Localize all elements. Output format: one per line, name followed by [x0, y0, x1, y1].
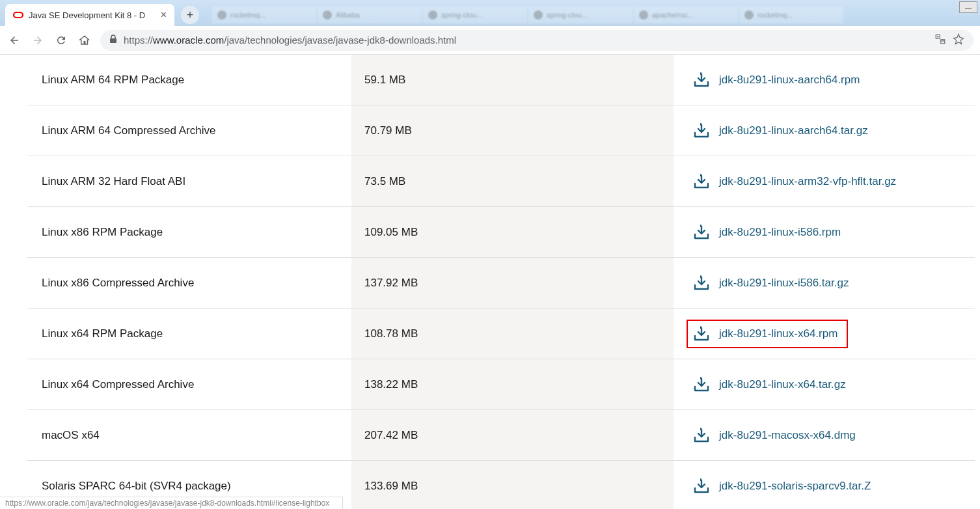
- download-icon: [693, 377, 710, 392]
- background-tab[interactable]: rocketmq...: [739, 7, 843, 23]
- product-name: macOS x64: [27, 429, 351, 442]
- download-cell: jdk-8u291-linux-aarch64.rpm: [674, 72, 975, 88]
- download-cell: jdk-8u291-solaris-sparcv9.tar.Z: [674, 478, 975, 494]
- download-link[interactable]: jdk-8u291-solaris-sparcv9.tar.Z: [719, 480, 871, 493]
- product-name: Linux ARM 64 Compressed Archive: [27, 124, 351, 137]
- browser-toolbar: https://www.oracle.com/java/technologies…: [0, 26, 980, 55]
- product-name: Linux x64 Compressed Archive: [27, 378, 351, 391]
- svg-rect-0: [14, 12, 23, 18]
- download-link[interactable]: jdk-8u291-linux-i586.rpm: [719, 226, 841, 239]
- download-link[interactable]: jdk-8u291-linux-x64.rpm: [719, 327, 837, 340]
- translate-icon[interactable]: [934, 33, 946, 48]
- file-size: 59.1 MB: [351, 55, 674, 105]
- download-icon: [693, 123, 710, 139]
- product-name: Linux x86 RPM Package: [27, 226, 351, 239]
- background-tab[interactable]: rocketmq...: [212, 7, 316, 23]
- product-name: Linux x64 RPM Package: [27, 327, 351, 340]
- download-icon: [693, 326, 710, 342]
- file-size: 73.5 MB: [351, 156, 674, 206]
- table-row: Linux x64 Compressed Archive138.22 MBjdk…: [27, 359, 975, 410]
- highlighted-download: jdk-8u291-linux-x64.rpm: [687, 320, 848, 348]
- background-tabs: rocketmq... Alibaba spring-clou... sprin…: [212, 7, 843, 23]
- reload-button[interactable]: [53, 33, 69, 48]
- download-icon: [693, 174, 710, 189]
- download-link[interactable]: jdk-8u291-linux-i586.tar.gz: [719, 277, 849, 290]
- home-button[interactable]: [77, 33, 92, 48]
- lock-icon: [109, 34, 117, 46]
- svg-rect-1: [110, 38, 116, 43]
- download-icon: [693, 275, 710, 291]
- table-row: Linux ARM 64 Compressed Archive70.79 MBj…: [27, 105, 975, 156]
- status-bar: https://www.oracle.com/java/technologies…: [0, 497, 343, 509]
- download-link[interactable]: jdk-8u291-linux-aarch64.tar.gz: [719, 124, 868, 137]
- page-content: Linux ARM 64 RPM Package59.1 MBjdk-8u291…: [0, 55, 980, 509]
- tab-close-icon[interactable]: ×: [161, 10, 167, 20]
- product-name: Linux ARM 32 Hard Float ABI: [27, 175, 351, 188]
- tab-title: Java SE Development Kit 8 - D: [29, 10, 156, 20]
- bookmark-star-icon[interactable]: [953, 33, 964, 48]
- background-tab[interactable]: spring-clou...: [423, 7, 527, 23]
- download-icon: [693, 428, 710, 443]
- table-row: Linux x86 RPM Package109.05 MBjdk-8u291-…: [27, 207, 975, 258]
- download-cell: jdk-8u291-linux-arm32-vfp-hflt.tar.gz: [674, 174, 975, 189]
- window-controls: —: [959, 1, 977, 13]
- download-table: Linux ARM 64 RPM Package59.1 MBjdk-8u291…: [27, 55, 975, 509]
- oracle-favicon: [13, 10, 23, 20]
- back-button[interactable]: [7, 33, 22, 48]
- new-tab-button[interactable]: +: [181, 6, 199, 24]
- download-cell: jdk-8u291-linux-i586.tar.gz: [674, 275, 975, 291]
- download-cell: jdk-8u291-linux-x64.tar.gz: [674, 377, 975, 392]
- active-tab[interactable]: Java SE Development Kit 8 - D ×: [5, 4, 174, 26]
- file-size: 137.92 MB: [351, 258, 674, 308]
- download-icon: [693, 72, 710, 88]
- table-row: macOS x64207.42 MBjdk-8u291-macosx-x64.d…: [27, 410, 975, 461]
- file-size: 70.79 MB: [351, 105, 674, 156]
- download-cell: jdk-8u291-linux-aarch64.tar.gz: [674, 123, 975, 139]
- download-link[interactable]: jdk-8u291-linux-arm32-vfp-hflt.tar.gz: [719, 175, 896, 188]
- file-size: 207.42 MB: [351, 410, 674, 460]
- download-icon: [693, 225, 710, 240]
- address-bar[interactable]: https://www.oracle.com/java/technologies…: [100, 30, 973, 51]
- product-name: Linux x86 Compressed Archive: [27, 277, 351, 290]
- download-icon: [693, 478, 710, 494]
- file-size: 138.22 MB: [351, 359, 674, 409]
- product-name: Solaris SPARC 64-bit (SVR4 package): [27, 480, 351, 493]
- file-size: 108.78 MB: [351, 309, 674, 359]
- browser-tab-strip: Java SE Development Kit 8 - D × + rocket…: [0, 0, 980, 26]
- background-tab[interactable]: Alibaba: [318, 7, 422, 23]
- download-cell: jdk-8u291-linux-i586.rpm: [674, 225, 975, 240]
- background-tab[interactable]: apache/roc...: [634, 7, 738, 23]
- table-row: Linux x86 Compressed Archive137.92 MBjdk…: [27, 258, 975, 309]
- url-text: https://www.oracle.com/java/technologies…: [124, 34, 928, 46]
- download-link[interactable]: jdk-8u291-macosx-x64.dmg: [719, 429, 856, 442]
- download-cell: jdk-8u291-macosx-x64.dmg: [674, 428, 975, 443]
- download-link[interactable]: jdk-8u291-linux-aarch64.rpm: [719, 74, 860, 87]
- table-row: Linux ARM 64 RPM Package59.1 MBjdk-8u291…: [27, 55, 975, 105]
- background-tab[interactable]: spring-clou...: [528, 7, 633, 23]
- forward-button[interactable]: [30, 33, 46, 48]
- product-name: Linux ARM 64 RPM Package: [27, 74, 351, 87]
- file-size: 133.69 MB: [351, 461, 674, 509]
- file-size: 109.05 MB: [351, 207, 674, 257]
- table-row: Linux x64 RPM Package108.78 MBjdk-8u291-…: [27, 309, 975, 359]
- window-minimize-button[interactable]: —: [959, 1, 977, 13]
- download-link[interactable]: jdk-8u291-linux-x64.tar.gz: [719, 378, 846, 391]
- table-row: Linux ARM 32 Hard Float ABI73.5 MBjdk-8u…: [27, 156, 975, 207]
- download-cell: jdk-8u291-linux-x64.rpm: [674, 320, 975, 348]
